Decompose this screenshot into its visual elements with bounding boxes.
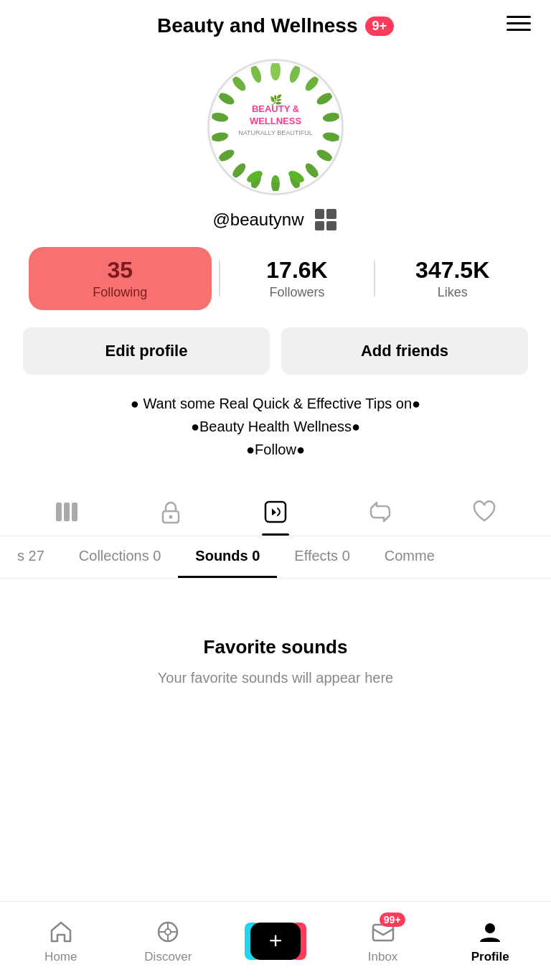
following-stat[interactable]: 35 Following — [29, 247, 212, 310]
svg-point-26 — [272, 176, 279, 183]
create-button[interactable]: + — [250, 923, 301, 960]
qr-code-icon[interactable] — [313, 207, 339, 233]
stats-row: 35 Following 17.6K Followers 347.5K Like… — [0, 247, 551, 310]
content-subtitle: Your favorite sounds will appear here — [158, 670, 393, 686]
svg-text:🌿: 🌿 — [270, 94, 283, 106]
tab-label-collections[interactable]: Collections 0 — [62, 536, 179, 578]
profile-icon — [476, 918, 504, 946]
avatar-section: BEAUTY & WELLNESS 🌿 NATURALLY BEAUTIFUL … — [0, 59, 551, 233]
svg-rect-27 — [56, 503, 62, 521]
tab-label-comments[interactable]: Comme — [367, 536, 452, 578]
tabs-icons-row — [0, 478, 551, 536]
svg-rect-28 — [64, 503, 70, 521]
following-label: Following — [93, 285, 147, 300]
tabs-labels-row: s 27 Collections 0 Sounds 0 Effects 0 Co… — [0, 536, 551, 579]
menu-line-3 — [507, 29, 531, 31]
edit-profile-button[interactable]: Edit profile — [23, 327, 270, 375]
menu-button[interactable] — [507, 16, 531, 31]
nav-item-profile[interactable]: Profile — [436, 918, 544, 964]
home-icon — [47, 918, 75, 946]
username-row: @beautynw — [212, 207, 338, 233]
tab-icon-liked[interactable] — [471, 498, 498, 536]
svg-point-34 — [165, 929, 171, 935]
likes-count: 347.5K — [415, 257, 489, 284]
svg-point-31 — [169, 515, 173, 519]
inbox-icon: 99+ — [369, 918, 397, 946]
likes-label: Likes — [438, 285, 468, 300]
svg-text:WELLNESS: WELLNESS — [250, 116, 302, 126]
likes-stat[interactable]: 347.5K Likes — [382, 257, 522, 300]
plus-icon: + — [269, 928, 283, 954]
tab-icon-videos[interactable] — [53, 498, 80, 536]
page-title: Beauty and Wellness — [157, 14, 358, 37]
tab-icon-sounds[interactable] — [262, 498, 289, 536]
nav-item-create[interactable]: + — [222, 923, 329, 960]
nav-label-home: Home — [44, 950, 77, 964]
svg-text:NATURALLY BEAUTIFUL: NATURALLY BEAUTIFUL — [238, 129, 313, 136]
header: Beauty and Wellness 9+ — [0, 0, 551, 45]
header-title-row: Beauty and Wellness 9+ — [157, 14, 394, 37]
followers-stat[interactable]: 17.6K Followers — [227, 257, 367, 300]
stat-divider-1 — [219, 261, 220, 297]
username: @beautynw — [212, 210, 303, 230]
nav-item-inbox[interactable]: 99+ Inbox — [329, 918, 437, 964]
nav-label-profile: Profile — [471, 950, 509, 964]
content-area: Favorite sounds Your favorite sounds wil… — [0, 579, 551, 866]
notification-badge: 9+ — [365, 17, 395, 36]
svg-point-40 — [485, 923, 495, 933]
svg-rect-29 — [72, 503, 77, 521]
bio: ● Want some Real Quick & Effective Tips … — [0, 375, 551, 461]
svg-rect-39 — [373, 925, 393, 941]
avatar[interactable]: BEAUTY & WELLNESS 🌿 NATURALLY BEAUTIFUL — [207, 59, 344, 195]
content-title: Favorite sounds — [204, 636, 348, 658]
stat-divider-2 — [374, 261, 375, 297]
nav-label-discover: Discover — [144, 950, 192, 964]
following-count: 35 — [108, 257, 133, 284]
followers-count: 17.6K — [266, 257, 327, 284]
followers-label: Followers — [269, 285, 324, 300]
menu-line-2 — [507, 22, 531, 24]
bottom-nav: Home Discover + 99+ — [0, 901, 551, 980]
tab-icon-repost[interactable] — [367, 498, 394, 536]
nav-label-inbox: Inbox — [368, 950, 398, 964]
inbox-badge-count: 99+ — [380, 913, 405, 927]
add-friends-button[interactable]: Add friends — [281, 327, 528, 375]
avatar-inner: BEAUTY & WELLNESS 🌿 NATURALLY BEAUTIFUL — [211, 62, 340, 192]
menu-line-1 — [507, 16, 531, 18]
tab-label-sounds[interactable]: Sounds 0 — [178, 536, 277, 578]
nav-item-home[interactable]: Home — [7, 918, 115, 964]
action-buttons: Edit profile Add friends — [0, 327, 551, 375]
discover-icon — [154, 918, 182, 946]
tab-label-effects[interactable]: Effects 0 — [277, 536, 367, 578]
tab-icon-private[interactable] — [157, 498, 184, 536]
nav-item-discover[interactable]: Discover — [115, 918, 222, 964]
tab-label-videos27[interactable]: s 27 — [0, 536, 62, 578]
